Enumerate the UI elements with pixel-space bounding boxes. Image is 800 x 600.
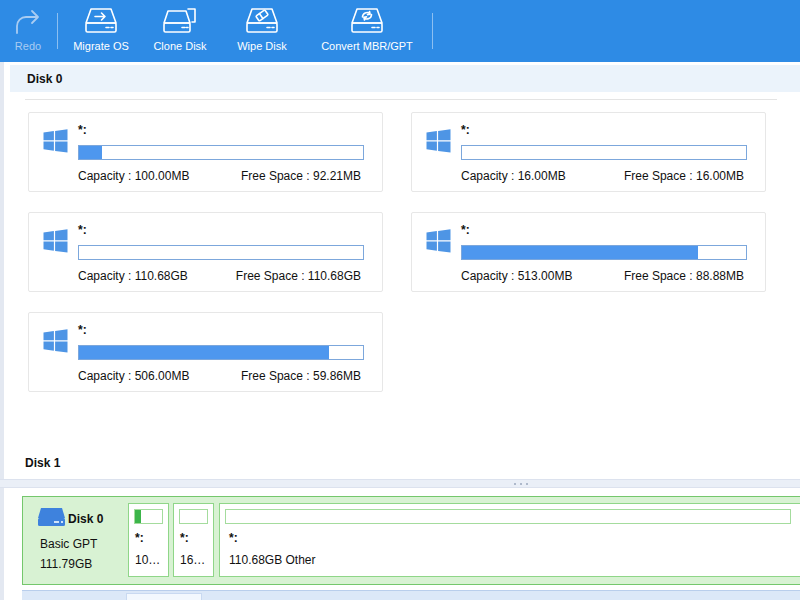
usage-bar	[78, 245, 364, 260]
clone-disk-icon	[161, 7, 199, 37]
clone-disk-button[interactable]: Clone Disk	[145, 7, 215, 57]
free-space-label: Free Space : 16.00MB	[624, 169, 744, 183]
partition-name: *:	[78, 123, 87, 137]
panel-splitter[interactable]	[0, 479, 800, 488]
free-space-label: Free Space : 88.88MB	[624, 269, 744, 283]
segment-usage-fill	[135, 510, 141, 523]
partition-name: *:	[461, 223, 470, 237]
segment-size: 110.68GB Other	[229, 553, 316, 567]
disk-type: Basic GPT	[40, 537, 97, 551]
disk0-section-header: Disk 0	[10, 65, 800, 92]
capacity-label: Capacity : 506.00MB	[78, 369, 189, 383]
migrate-os-button[interactable]: Migrate OS	[62, 7, 140, 57]
clone-disk-label: Clone Disk	[153, 40, 206, 52]
redo-button[interactable]: Redo	[4, 7, 52, 57]
capacity-label: Capacity : 513.00MB	[461, 269, 572, 283]
free-space-label: Free Space : 110.68GB	[236, 269, 361, 283]
segment-name: *:	[180, 531, 189, 545]
convert-mbr-gpt-label: Convert MBR/GPT	[321, 40, 413, 52]
map-partition-segment[interactable]: *: 110.68GB Other	[219, 503, 800, 577]
partition-card[interactable]: *: Capacity : 110.68GB Free Space : 110.…	[28, 212, 383, 292]
free-space-label: Free Space : 92.21MB	[241, 169, 361, 183]
usage-bar-fill	[79, 146, 102, 159]
free-space-label: Free Space : 59.86MB	[241, 369, 361, 383]
windows-logo-icon	[43, 329, 68, 353]
left-edge-strip	[0, 62, 4, 600]
capacity-label: Capacity : 110.68GB	[78, 269, 188, 283]
usage-bar-fill	[462, 246, 698, 259]
convert-mbr-gpt-button[interactable]: Convert MBR/GPT	[317, 7, 417, 57]
map-partition-segment[interactable]: *: 10…	[128, 503, 169, 577]
usage-bar	[78, 145, 364, 160]
section-divider	[25, 99, 777, 100]
windows-logo-icon	[426, 229, 451, 253]
segment-usage-bar	[179, 509, 208, 524]
toolbar-separator	[57, 13, 58, 49]
capacity-label: Capacity : 16.00MB	[461, 169, 566, 183]
usage-bar	[461, 145, 747, 160]
usage-bar	[461, 245, 747, 260]
wipe-disk-icon	[243, 7, 281, 37]
toolbar: Redo Migrate OS Clone Disk	[0, 0, 800, 62]
disk-drive-icon	[38, 508, 65, 527]
partition-card[interactable]: *: Capacity : 506.00MB Free Space : 59.8…	[28, 312, 383, 392]
disk-name: Disk 0	[68, 512, 103, 526]
map-partition-segment[interactable]: *: 16…	[173, 503, 214, 577]
segment-name: *:	[135, 531, 144, 545]
convert-mbr-gpt-icon	[348, 7, 386, 37]
partition-name: *:	[461, 123, 470, 137]
disk-map-row-disk1-partial[interactable]	[22, 590, 800, 600]
segment-usage-bar	[134, 509, 163, 524]
partition-card[interactable]: *: Capacity : 513.00MB Free Space : 88.8…	[411, 212, 766, 292]
map-partition-segment-partial	[126, 593, 202, 600]
capacity-label: Capacity : 100.00MB	[78, 169, 189, 183]
redo-label: Redo	[15, 40, 41, 52]
partition-card[interactable]: *: Capacity : 16.00MB Free Space : 16.00…	[411, 112, 766, 192]
partition-name: *:	[78, 323, 87, 337]
segment-size: 10…	[135, 553, 160, 567]
toolbar-separator	[432, 13, 433, 49]
disk1-section-header: Disk 1	[25, 456, 60, 470]
segment-name: *:	[229, 531, 238, 545]
partition-name: *:	[78, 223, 87, 237]
partition-card[interactable]: *: Capacity : 100.00MB Free Space : 92.2…	[28, 112, 383, 192]
disk-map-row-disk0[interactable]: Disk 0 Basic GPT 111.79GB *: 10… *: 16… …	[22, 496, 800, 585]
migrate-os-label: Migrate OS	[73, 40, 129, 52]
wipe-disk-label: Wipe Disk	[237, 40, 287, 52]
segment-usage-bar	[225, 509, 791, 524]
disk0-header-label: Disk 0	[27, 72, 62, 86]
wipe-disk-button[interactable]: Wipe Disk	[227, 7, 297, 57]
windows-logo-icon	[43, 129, 68, 153]
usage-bar	[78, 345, 364, 360]
windows-logo-icon	[426, 129, 451, 153]
redo-icon	[10, 7, 46, 37]
splitter-handle-icon[interactable]	[514, 483, 528, 485]
usage-bar-fill	[79, 346, 329, 359]
migrate-os-icon	[82, 7, 120, 37]
segment-size: 16…	[180, 553, 205, 567]
disk-size: 111.79GB	[40, 557, 92, 571]
windows-logo-icon	[43, 229, 68, 253]
